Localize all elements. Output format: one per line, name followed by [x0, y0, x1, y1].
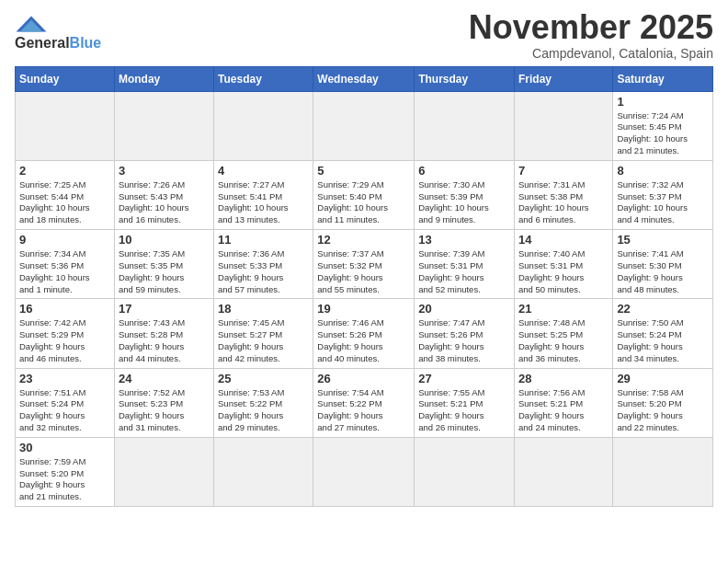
day-info: Sunrise: 7:42 AM Sunset: 5:29 PM Dayligh…: [19, 317, 110, 364]
day-number: 5: [317, 164, 410, 178]
day-number: 20: [418, 302, 510, 316]
day-cell: [114, 91, 213, 160]
day-number: 2: [19, 164, 110, 178]
day-cell: [514, 91, 612, 160]
day-cell: 14Sunrise: 7:40 AM Sunset: 5:31 PM Dayli…: [514, 230, 612, 299]
day-info: Sunrise: 7:45 AM Sunset: 5:27 PM Dayligh…: [218, 317, 309, 364]
day-cell: 17Sunrise: 7:43 AM Sunset: 5:28 PM Dayli…: [114, 299, 213, 368]
day-header-sunday: Sunday: [16, 66, 115, 91]
day-cell: 21Sunrise: 7:48 AM Sunset: 5:25 PM Dayli…: [514, 299, 612, 368]
day-cell: 5Sunrise: 7:29 AM Sunset: 5:40 PM Daylig…: [313, 160, 415, 229]
day-number: 22: [617, 302, 709, 316]
header-area: GeneralBlue November 2025 Campdevanol, C…: [15, 9, 713, 61]
day-cell: [214, 91, 313, 160]
title-area: November 2025 Campdevanol, Catalonia, Sp…: [469, 9, 713, 61]
day-cell: 27Sunrise: 7:55 AM Sunset: 5:21 PM Dayli…: [415, 368, 515, 437]
day-info: Sunrise: 7:34 AM Sunset: 5:36 PM Dayligh…: [19, 248, 110, 295]
day-number: 25: [218, 372, 309, 385]
day-number: 17: [119, 302, 210, 316]
month-title: November 2025: [469, 9, 713, 46]
day-cell: 18Sunrise: 7:45 AM Sunset: 5:27 PM Dayli…: [214, 299, 313, 368]
day-cell: [214, 437, 313, 506]
day-number: 19: [317, 302, 410, 316]
day-cell: 15Sunrise: 7:41 AM Sunset: 5:30 PM Dayli…: [613, 230, 713, 299]
day-number: 14: [518, 233, 609, 247]
week-row-2: 2Sunrise: 7:25 AM Sunset: 5:44 PM Daylig…: [16, 160, 713, 229]
day-cell: 24Sunrise: 7:52 AM Sunset: 5:23 PM Dayli…: [114, 368, 213, 437]
day-number: 27: [418, 372, 510, 385]
day-info: Sunrise: 7:24 AM Sunset: 5:45 PM Dayligh…: [617, 110, 709, 157]
day-info: Sunrise: 7:55 AM Sunset: 5:21 PM Dayligh…: [418, 387, 510, 434]
day-cell: 6Sunrise: 7:30 AM Sunset: 5:39 PM Daylig…: [415, 160, 515, 229]
day-cell: 12Sunrise: 7:37 AM Sunset: 5:32 PM Dayli…: [313, 230, 415, 299]
day-info: Sunrise: 7:52 AM Sunset: 5:23 PM Dayligh…: [119, 387, 210, 434]
day-cell: 23Sunrise: 7:51 AM Sunset: 5:24 PM Dayli…: [16, 368, 115, 437]
week-row-5: 23Sunrise: 7:51 AM Sunset: 5:24 PM Dayli…: [16, 368, 713, 437]
day-number: 7: [518, 164, 609, 178]
day-number: 10: [119, 233, 210, 247]
day-number: 30: [19, 441, 110, 454]
day-header-saturday: Saturday: [613, 66, 713, 91]
day-info: Sunrise: 7:27 AM Sunset: 5:41 PM Dayligh…: [218, 179, 309, 226]
day-info: Sunrise: 7:53 AM Sunset: 5:22 PM Dayligh…: [218, 387, 309, 434]
day-info: Sunrise: 7:26 AM Sunset: 5:43 PM Dayligh…: [119, 179, 210, 226]
day-info: Sunrise: 7:43 AM Sunset: 5:28 PM Dayligh…: [119, 317, 210, 364]
day-cell: 10Sunrise: 7:35 AM Sunset: 5:35 PM Dayli…: [114, 230, 213, 299]
header-row: SundayMondayTuesdayWednesdayThursdayFrid…: [16, 66, 713, 91]
day-info: Sunrise: 7:50 AM Sunset: 5:24 PM Dayligh…: [617, 317, 709, 364]
day-info: Sunrise: 7:59 AM Sunset: 5:20 PM Dayligh…: [19, 456, 110, 503]
day-cell: [16, 91, 115, 160]
day-info: Sunrise: 7:39 AM Sunset: 5:31 PM Dayligh…: [418, 248, 510, 295]
day-number: 12: [317, 233, 410, 247]
day-cell: [613, 437, 713, 506]
day-info: Sunrise: 7:48 AM Sunset: 5:25 PM Dayligh…: [518, 317, 609, 364]
day-number: 15: [617, 233, 709, 247]
day-cell: 30Sunrise: 7:59 AM Sunset: 5:20 PM Dayli…: [16, 437, 115, 506]
day-header-monday: Monday: [114, 66, 213, 91]
day-info: Sunrise: 7:25 AM Sunset: 5:44 PM Dayligh…: [19, 179, 110, 226]
day-cell: 7Sunrise: 7:31 AM Sunset: 5:38 PM Daylig…: [514, 160, 612, 229]
day-header-thursday: Thursday: [415, 66, 515, 91]
day-info: Sunrise: 7:31 AM Sunset: 5:38 PM Dayligh…: [518, 179, 609, 226]
day-cell: 19Sunrise: 7:46 AM Sunset: 5:26 PM Dayli…: [313, 299, 415, 368]
day-cell: 22Sunrise: 7:50 AM Sunset: 5:24 PM Dayli…: [613, 299, 713, 368]
day-info: Sunrise: 7:30 AM Sunset: 5:39 PM Dayligh…: [418, 179, 510, 226]
day-number: 4: [218, 164, 309, 178]
day-info: Sunrise: 7:40 AM Sunset: 5:31 PM Dayligh…: [518, 248, 609, 295]
day-cell: 13Sunrise: 7:39 AM Sunset: 5:31 PM Dayli…: [415, 230, 515, 299]
day-cell: 2Sunrise: 7:25 AM Sunset: 5:44 PM Daylig…: [16, 160, 115, 229]
day-cell: 29Sunrise: 7:58 AM Sunset: 5:20 PM Dayli…: [613, 368, 713, 437]
day-info: Sunrise: 7:51 AM Sunset: 5:24 PM Dayligh…: [19, 387, 110, 434]
day-number: 26: [317, 372, 410, 385]
day-number: 29: [617, 372, 709, 385]
day-header-wednesday: Wednesday: [313, 66, 415, 91]
day-cell: [415, 437, 515, 506]
day-cell: [415, 91, 515, 160]
day-number: 1: [617, 95, 709, 109]
day-cell: 8Sunrise: 7:32 AM Sunset: 5:37 PM Daylig…: [613, 160, 713, 229]
location-subtitle: Campdevanol, Catalonia, Spain: [469, 46, 713, 61]
day-info: Sunrise: 7:37 AM Sunset: 5:32 PM Dayligh…: [317, 248, 410, 295]
day-number: 11: [218, 233, 309, 247]
day-cell: 4Sunrise: 7:27 AM Sunset: 5:41 PM Daylig…: [214, 160, 313, 229]
day-cell: 11Sunrise: 7:36 AM Sunset: 5:33 PM Dayli…: [214, 230, 313, 299]
day-number: 16: [19, 302, 110, 316]
day-number: 28: [518, 372, 609, 385]
day-cell: 3Sunrise: 7:26 AM Sunset: 5:43 PM Daylig…: [114, 160, 213, 229]
day-number: 3: [119, 164, 210, 178]
logo-text: GeneralBlue: [15, 35, 101, 52]
day-cell: 9Sunrise: 7:34 AM Sunset: 5:36 PM Daylig…: [16, 230, 115, 299]
day-number: 21: [518, 302, 609, 316]
day-info: Sunrise: 7:56 AM Sunset: 5:21 PM Dayligh…: [518, 387, 609, 434]
day-number: 18: [218, 302, 309, 316]
calendar-table: SundayMondayTuesdayWednesdayThursdayFrid…: [15, 66, 713, 508]
day-info: Sunrise: 7:46 AM Sunset: 5:26 PM Dayligh…: [317, 317, 410, 364]
day-cell: [313, 91, 415, 160]
day-cell: 28Sunrise: 7:56 AM Sunset: 5:21 PM Dayli…: [514, 368, 612, 437]
day-number: 24: [119, 372, 210, 385]
logo-area: GeneralBlue: [15, 9, 101, 52]
day-number: 9: [19, 233, 110, 247]
day-number: 6: [418, 164, 510, 178]
week-row-3: 9Sunrise: 7:34 AM Sunset: 5:36 PM Daylig…: [16, 230, 713, 299]
day-header-friday: Friday: [514, 66, 612, 91]
